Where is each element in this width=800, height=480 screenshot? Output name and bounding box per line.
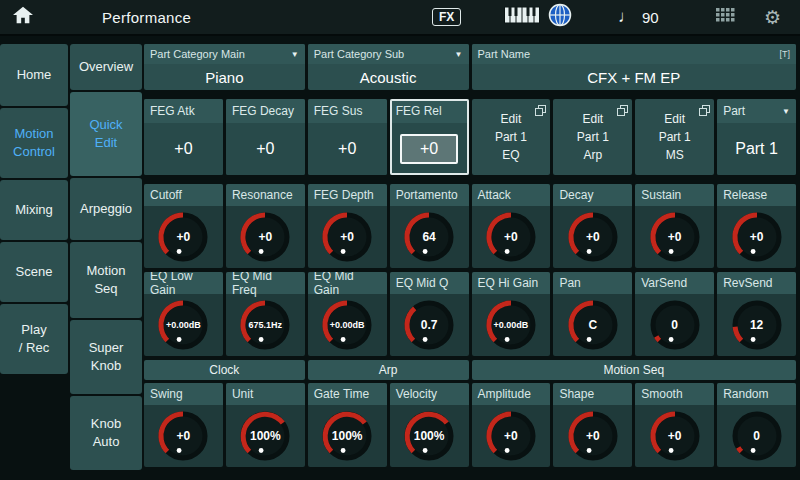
knob-label: Resonance [226, 184, 305, 206]
fx-badge[interactable]: FX [432, 8, 461, 26]
sidebar-item-label: Motion Control [13, 125, 55, 160]
knob-label: EQ Mid Freq [226, 272, 305, 294]
knob-label: EQ Hi Gain [472, 272, 551, 294]
knob-label: Attack [472, 184, 551, 206]
knob-cutoff: Cutoff +0 [144, 184, 223, 268]
matrix-grid-icon[interactable] [716, 8, 736, 26]
edit-part1-ms-button[interactable]: Edit Part 1 MS [635, 99, 714, 175]
sidebar-item-mixing[interactable]: Mixing [0, 180, 68, 240]
knob-dial[interactable]: 100% [308, 405, 387, 467]
sidebar-item-label: Overview [79, 58, 133, 76]
sidebar-item-scene[interactable]: Scene [0, 242, 68, 302]
quarter-note-icon: ♩ [618, 7, 635, 27]
sidebar-item-motion-seq[interactable]: Motion Seq [70, 242, 142, 318]
knob-pan: Pan C [553, 272, 632, 356]
chevron-down-icon: ▼ [291, 50, 299, 59]
feg-decay-param[interactable]: FEG Decay +0 [226, 99, 305, 175]
sidebar-item-label: Play / Rec [19, 321, 49, 356]
sidebar-item-label: Arpeggio [80, 200, 132, 218]
sidebar-item-label: Quick Edit [89, 116, 122, 151]
sidebar-column-2: Overview Quick Edit Arpeggio Motion Seq … [70, 44, 142, 470]
sidebar-item-arpeggio[interactable]: Arpeggio [70, 178, 142, 240]
sidebar-item-label: Mixing [15, 201, 53, 219]
feg-atk-param[interactable]: FEG Atk +0 [144, 99, 223, 175]
part-name-label: Part Name [478, 48, 780, 60]
knob-dial[interactable]: 0.7 [390, 294, 469, 356]
knob-dial[interactable]: 64 [390, 206, 469, 268]
tempo-control[interactable]: ♩ 90 [618, 7, 659, 27]
knob-label: Gate Time [308, 383, 387, 405]
knob-dial[interactable]: +0 [472, 405, 551, 467]
knob-dial[interactable]: +0 [308, 206, 387, 268]
knob-feg-depth: FEG Depth +0 [308, 184, 387, 268]
sidebar-item-overview[interactable]: Overview [70, 44, 142, 90]
feg-rel-param[interactable]: FEG Rel +0 [390, 99, 469, 175]
knob-dial[interactable]: 100% [390, 405, 469, 467]
knob-varsend: VarSend 0 [635, 272, 714, 356]
knob-dial[interactable]: +0 [635, 206, 714, 268]
sidebar-item-home[interactable]: Home [0, 44, 68, 106]
knob-dial[interactable]: +0.00dB [308, 294, 387, 356]
knob-dial[interactable]: +0 [553, 405, 632, 467]
knob-dial[interactable]: C [553, 294, 632, 356]
knob-swing: Swing +0 [144, 383, 223, 467]
param-value: +0 [318, 136, 376, 162]
sidebar-item-super-knob[interactable]: Super Knob [70, 320, 142, 394]
popup-window-icon [699, 102, 710, 120]
knob-label: Portamento [390, 184, 469, 206]
knob-dial[interactable]: +0 [717, 206, 796, 268]
knob-dial[interactable]: +0 [144, 405, 223, 467]
knob-dial[interactable]: +0 [472, 206, 551, 268]
knob-label: FEG Depth [308, 184, 387, 206]
knob-row-3: Swing +0 Unit 100% Gate Time 100% Veloci… [144, 383, 796, 467]
knob-dial[interactable]: 0 [717, 405, 796, 467]
knob-revsend: RevSend 12 [717, 272, 796, 356]
part-name-tag-icon: [T] [780, 49, 791, 59]
knob-dial[interactable]: +0 [553, 206, 632, 268]
knob-resonance: Resonance +0 [226, 184, 305, 268]
knob-dial[interactable]: 100% [226, 405, 305, 467]
sidebar-item-motion-control[interactable]: Motion Control [0, 108, 68, 178]
part-select-label: Part [723, 104, 778, 118]
knob-dial[interactable]: +0 [226, 206, 305, 268]
param-value: +0 [236, 136, 294, 162]
feg-sus-param[interactable]: FEG Sus +0 [308, 99, 387, 175]
part-category-main-value: Piano [144, 64, 305, 90]
part-category-main-select[interactable]: Part Category Main▼ Piano [144, 44, 305, 90]
param-value: +0 [400, 134, 458, 164]
part-select[interactable]: Part▼ Part 1 [717, 99, 796, 175]
part-name-value: CFX + FM EP [472, 64, 797, 90]
knob-row-1: Cutoff +0 Resonance +0 FEG Depth +0 Port… [144, 184, 796, 268]
knob-dial[interactable]: +0.00dB [144, 294, 223, 356]
knob-label: EQ Mid Q [390, 272, 469, 294]
knob-eq-mid-gain: EQ Mid Gain +0.00dB [308, 272, 387, 356]
knob-dial[interactable]: +0 [635, 405, 714, 467]
sidebar-item-play-rec[interactable]: Play / Rec [0, 304, 68, 374]
knob-label: Amplitude [472, 383, 551, 405]
sidebar-item-quick-edit[interactable]: Quick Edit [70, 92, 142, 176]
sidebar-item-knob-auto[interactable]: Knob Auto [70, 396, 142, 470]
knob-dial[interactable]: +0.00dB [472, 294, 551, 356]
group-header-arp: Arp [308, 360, 469, 380]
knob-label: RevSend [717, 272, 796, 294]
part-name-field[interactable]: Part Name[T] CFX + FM EP [472, 44, 797, 90]
motion-control-ball-icon[interactable] [548, 3, 572, 31]
home-icon[interactable] [12, 5, 34, 29]
knob-eq-mid-freq: EQ Mid Freq 675.1Hz [226, 272, 305, 356]
knob-amplitude: Amplitude +0 [472, 383, 551, 467]
gear-icon[interactable]: ⚙ [764, 6, 781, 29]
popup-window-icon [535, 102, 546, 120]
knob-sustain: Sustain +0 [635, 184, 714, 268]
knob-velocity: Velocity 100% [390, 383, 469, 467]
keyboard-icon[interactable] [504, 7, 540, 28]
part-category-sub-select[interactable]: Part Category Sub▼ Acoustic [308, 44, 469, 90]
knob-dial[interactable]: 12 [717, 294, 796, 356]
knob-dial[interactable]: 675.1Hz [226, 294, 305, 356]
edit-part1-eq-button[interactable]: Edit Part 1 EQ [472, 99, 551, 175]
main-panel: Part Category Main▼ Piano Part Category … [144, 44, 796, 471]
knob-dial[interactable]: 0 [635, 294, 714, 356]
knob-unit: Unit 100% [226, 383, 305, 467]
knob-dial[interactable]: +0 [144, 206, 223, 268]
knob-decay: Decay +0 [553, 184, 632, 268]
edit-part1-arp-button[interactable]: Edit Part 1 Arp [553, 99, 632, 175]
